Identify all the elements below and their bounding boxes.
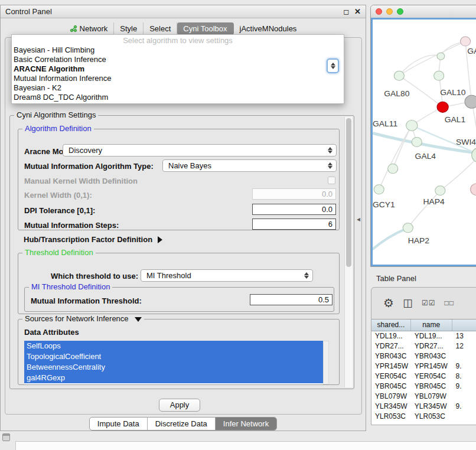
apply-button[interactable]: Apply <box>159 399 200 412</box>
network-node[interactable] <box>471 184 476 195</box>
tab-select[interactable]: Select <box>144 22 177 35</box>
attribute-list-item[interactable]: SelfLoops <box>24 341 323 351</box>
table-cell: YBL079W <box>411 392 452 402</box>
network-node[interactable] <box>434 71 444 80</box>
tab-infer-network[interactable]: Infer Network <box>215 418 276 430</box>
table-cell: YER054C <box>411 371 452 381</box>
table-row[interactable]: YBR045CYBR045C9. <box>371 381 476 392</box>
column-header[interactable]: name <box>411 319 452 331</box>
settings-scrollbar[interactable] <box>344 117 353 387</box>
cyni-algorithm-settings-group: Cyni Algorithm Settings Algorithm Defini… <box>9 115 354 389</box>
network-node[interactable] <box>437 102 448 112</box>
algorithm-definition-group: Algorithm Definition Aracne Mode: Discov… <box>18 129 340 230</box>
deselect-all-checkboxes-icon[interactable]: □□ <box>444 299 454 306</box>
network-node[interactable] <box>412 137 422 146</box>
algorithm-option[interactable]: ARACNE Algorithm <box>12 64 344 74</box>
network-edge[interactable] <box>440 155 476 191</box>
table-cell <box>452 392 476 402</box>
algorithm-option[interactable]: Mutual Information Inference <box>12 74 344 83</box>
algorithm-option[interactable]: Basic Correlation Inference <box>12 55 344 64</box>
kernel-width-field[interactable]: 0.0 <box>252 188 336 200</box>
network-node[interactable] <box>435 186 445 195</box>
attribute-list-item[interactable]: gal4RGexp <box>24 373 323 383</box>
network-edge[interactable] <box>399 41 465 76</box>
control-panel-window: Control Panel ◻ ✕ Network Style Select C… <box>0 5 366 431</box>
network-node[interactable] <box>437 53 445 60</box>
minimize-traffic-light-icon[interactable] <box>386 8 393 15</box>
mi-type-select[interactable]: Naive Bayes <box>162 159 337 172</box>
sources-group: Sources for Network Inference Data Attri… <box>18 319 340 385</box>
table-row[interactable]: YBR043CYBR043C <box>371 351 476 361</box>
zoom-traffic-light-icon[interactable] <box>397 8 403 15</box>
algorithm-combo-stepper[interactable] <box>327 58 339 73</box>
algorithm-option[interactable]: Bayesian - Hill Climbing <box>12 45 344 55</box>
panel-splitter-handle[interactable]: ◂ <box>357 215 360 223</box>
data-attributes-list[interactable]: SelfLoopsTopologicalCoefficientBetweenne… <box>24 341 323 384</box>
table-cell: 9. <box>452 381 476 392</box>
manual-kernel-checkbox[interactable] <box>328 177 335 184</box>
network-edge[interactable] <box>393 125 412 168</box>
table-row[interactable]: YDL19...YDL19...13 <box>371 331 476 341</box>
network-canvas: GALGAL80GAL10GAL1GAL11SWI4GAL4GCY1HAP4HA… <box>373 19 476 265</box>
collapsed-panel-icon[interactable] <box>2 433 10 441</box>
aracne-mode-select[interactable]: Discovery <box>63 144 337 156</box>
attribute-list-item[interactable]: TopologicalCoefficient <box>24 351 323 362</box>
network-edge[interactable] <box>408 191 440 228</box>
node-label: GCY1 <box>373 200 395 209</box>
group-title: MI Threshold Definition <box>29 282 112 291</box>
table-row[interactable]: YER054CYER054C8. <box>371 371 476 381</box>
network-edge[interactable] <box>399 55 441 76</box>
tab-discretize-data[interactable]: Discretize Data <box>147 418 215 430</box>
table-cell: YBL079W <box>371 392 411 402</box>
network-edge[interactable] <box>472 102 476 155</box>
node-label: GAL11 <box>373 120 397 129</box>
network-node[interactable] <box>461 37 471 46</box>
table-cell: YPR145W <box>411 361 452 371</box>
table-row[interactable]: YLR345WYLR345W9. <box>371 402 476 412</box>
tab-impute-data[interactable]: Impute Data <box>90 418 147 430</box>
tab-cyni-toolbox[interactable]: Cyni Toolbox <box>177 22 233 35</box>
table-row[interactable]: YBL079WYBL079W <box>371 392 476 402</box>
table-row[interactable]: YPR145WYPR145W9. <box>371 361 476 371</box>
mi-threshold-field[interactable]: 0.5 <box>250 294 332 305</box>
dpi-tolerance-field[interactable]: 0.0 <box>252 204 336 215</box>
columns-icon[interactable]: ◫ <box>403 298 413 308</box>
sources-toggle[interactable]: Sources for Network Inference <box>22 314 144 323</box>
hub-definition-toggle[interactable]: Hub/Transcription Factor Definition <box>24 235 162 244</box>
network-icon <box>70 25 77 32</box>
gear-icon[interactable]: ⚙ <box>383 297 394 309</box>
table-cell: YLR053C <box>371 412 411 422</box>
algorithm-option[interactable]: Bayesian - K2 <box>12 83 344 93</box>
close-traffic-light-icon[interactable] <box>376 8 382 15</box>
select-all-checkboxes-icon[interactable]: ☑☑ <box>422 299 436 306</box>
mi-steps-field[interactable]: 6 <box>252 219 336 230</box>
table-row[interactable]: YLR053CYLR053C <box>371 412 476 422</box>
network-edge[interactable] <box>373 228 408 252</box>
scrollbar-thumb[interactable] <box>346 118 351 267</box>
kernel-width-label: Kernel Width (0,1): <box>24 191 92 200</box>
network-node[interactable] <box>472 148 476 163</box>
network-node[interactable] <box>465 95 476 108</box>
column-header[interactable]: shared... <box>371 319 411 331</box>
attributes-scrollbar[interactable] <box>323 341 329 384</box>
tab-style[interactable]: Style <box>114 22 144 35</box>
which-threshold-select[interactable]: MI Threshold <box>141 269 313 282</box>
close-icon[interactable]: ✕ <box>354 8 361 15</box>
algorithm-option[interactable]: Dream8 DC_TDC Algorithm <box>12 93 344 102</box>
network-node[interactable] <box>403 223 413 233</box>
tab-network[interactable]: Network <box>64 22 115 35</box>
network-node[interactable] <box>394 71 404 80</box>
column-header[interactable] <box>452 319 476 331</box>
table-row[interactable]: YDR27...YDR27...12 <box>371 341 476 351</box>
tab-jactivemnodules[interactable]: jActiveMNodules <box>234 22 303 35</box>
network-node[interactable] <box>388 164 398 174</box>
network-node[interactable] <box>406 120 418 131</box>
network-node[interactable] <box>374 185 384 194</box>
table-panel: ⚙ ◫ ☑☑ □□ shared... name YDL19...YDL19..… <box>371 287 476 425</box>
table-header-row: shared... name <box>371 319 476 331</box>
window-title: Control Panel <box>5 7 338 16</box>
float-window-icon[interactable]: ◻ <box>343 8 349 15</box>
network-canvas-area[interactable]: GALGAL80GAL10GAL1GAL11SWI4GAL4GCY1HAP4HA… <box>371 18 476 266</box>
attribute-list-item[interactable]: BetweennessCentrality <box>24 362 323 373</box>
mi-threshold-group: MI Threshold Definition Mutual Informati… <box>24 287 334 312</box>
